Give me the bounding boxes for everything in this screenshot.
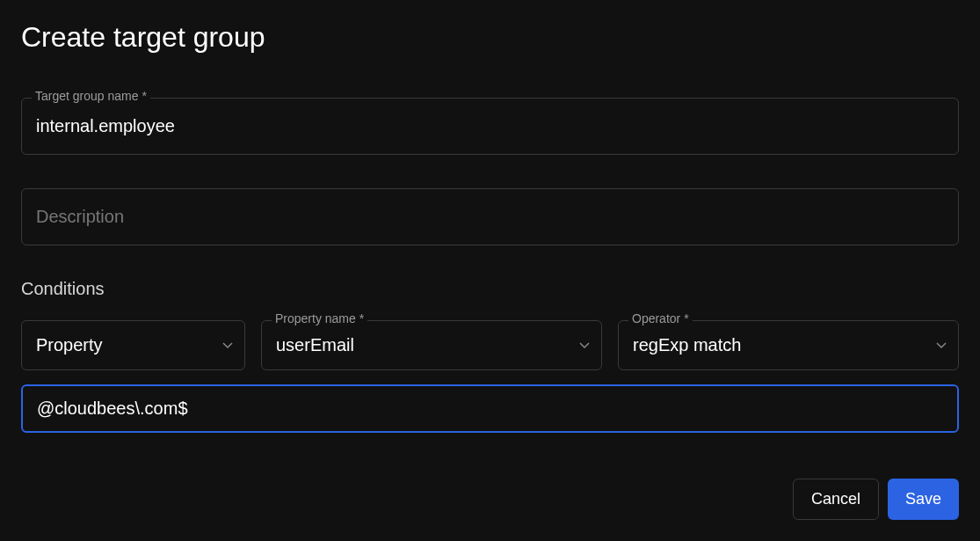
description-input[interactable]: [21, 188, 959, 245]
property-name-label: Property name *: [272, 311, 367, 325]
target-group-name-label: Target group name *: [32, 89, 150, 103]
target-group-name-input[interactable]: [21, 98, 959, 155]
operator-select-wrapper: Operator * regExp match: [618, 320, 959, 370]
page-title: Create target group: [21, 21, 959, 54]
condition-type-select-wrapper: Property: [21, 320, 245, 370]
save-button[interactable]: Save: [888, 479, 959, 520]
condition-value-input[interactable]: [21, 384, 959, 433]
description-field-wrapper: [21, 188, 959, 245]
button-row: Cancel Save: [793, 479, 959, 520]
operator-select[interactable]: regExp match: [618, 320, 959, 370]
conditions-section-label: Conditions: [21, 279, 959, 299]
target-group-name-field-wrapper: Target group name *: [21, 98, 959, 155]
condition-type-select[interactable]: Property: [21, 320, 245, 370]
operator-label: Operator *: [628, 311, 693, 325]
property-name-select-wrapper: Property name * userEmail: [261, 320, 602, 370]
property-name-select[interactable]: userEmail: [261, 320, 602, 370]
conditions-row: Property Property name * userEmail Opera…: [21, 320, 959, 370]
cancel-button[interactable]: Cancel: [793, 479, 879, 520]
